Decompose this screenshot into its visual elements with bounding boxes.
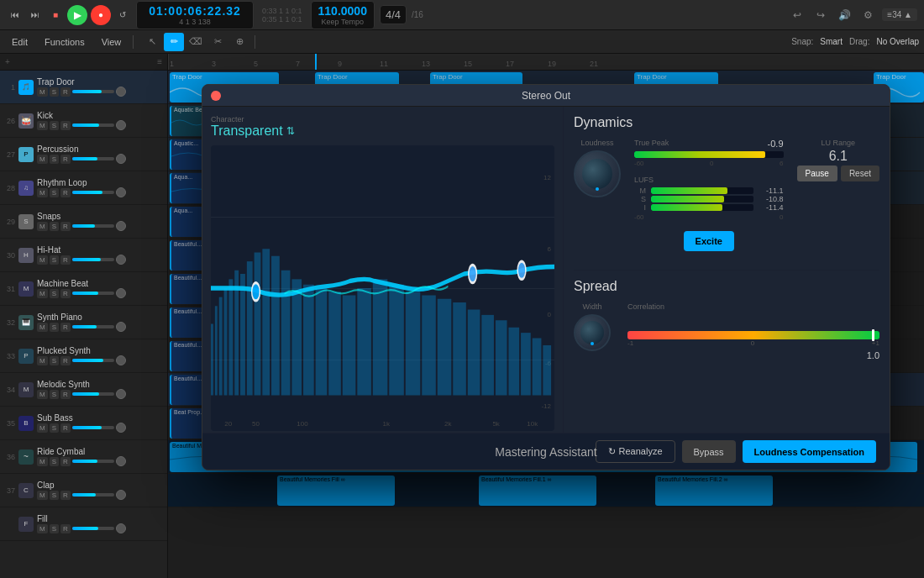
- track-volume-knob[interactable]: [116, 288, 126, 298]
- record-enable-button[interactable]: R: [60, 491, 71, 500]
- mute-button[interactable]: M: [37, 390, 48, 399]
- track-fader[interactable]: [72, 359, 114, 362]
- track-lane[interactable]: Beautiful Memories Fill ∞ Beautiful Memo…: [168, 474, 924, 507]
- track-fader[interactable]: [72, 157, 114, 160]
- add-track-icon[interactable]: +: [5, 57, 10, 66]
- solo-button[interactable]: S: [50, 524, 59, 533]
- mute-button[interactable]: M: [37, 323, 48, 332]
- mute-button[interactable]: M: [37, 222, 48, 231]
- track-volume-knob[interactable]: [116, 423, 126, 433]
- reset-button[interactable]: Reset: [841, 166, 879, 181]
- eq-canvas[interactable]: 12 6 0 -6 -12 20 50 100 1k 2k 5k 10k: [211, 145, 554, 431]
- track-fader[interactable]: [72, 460, 114, 463]
- solo-button[interactable]: S: [50, 289, 59, 298]
- tool-pencil[interactable]: ✏: [164, 33, 184, 51]
- solo-button[interactable]: S: [50, 390, 59, 399]
- mute-button[interactable]: M: [37, 491, 48, 500]
- mute-button[interactable]: M: [37, 121, 48, 130]
- edit-menu-button[interactable]: Edit: [5, 35, 34, 49]
- undo-button[interactable]: ↩: [788, 6, 806, 24]
- solo-button[interactable]: S: [50, 155, 59, 164]
- track-fader[interactable]: [72, 392, 114, 396]
- mute-button[interactable]: M: [37, 457, 48, 466]
- excite-button[interactable]: Excite: [684, 231, 734, 251]
- settings-button[interactable]: ⚙: [858, 6, 877, 24]
- track-volume-knob[interactable]: [116, 456, 126, 466]
- bypass-button[interactable]: Bypass: [682, 440, 736, 463]
- solo-button[interactable]: S: [50, 121, 59, 130]
- mute-button[interactable]: M: [37, 524, 48, 533]
- solo-button[interactable]: S: [50, 188, 59, 197]
- stop-button[interactable]: ■: [47, 7, 64, 24]
- play-button[interactable]: ▶: [67, 5, 87, 25]
- track-fader[interactable]: [72, 426, 114, 429]
- mute-button[interactable]: M: [37, 356, 48, 365]
- track-volume-knob[interactable]: [116, 120, 126, 130]
- loudness-knob[interactable]: [574, 150, 621, 197]
- solo-button[interactable]: S: [50, 457, 59, 466]
- modal-close-button[interactable]: [211, 91, 221, 101]
- track-volume-knob[interactable]: [116, 187, 126, 197]
- reanalyze-button[interactable]: ↻ Reanalyze: [596, 440, 675, 463]
- view-menu-button[interactable]: View: [95, 35, 129, 49]
- drag-value[interactable]: No Overlap: [876, 37, 919, 46]
- loudness-compensation-button[interactable]: Loudness Compensation: [743, 440, 876, 463]
- mute-button[interactable]: M: [37, 87, 48, 97]
- mute-button[interactable]: M: [37, 255, 48, 265]
- track-volume-knob[interactable]: [116, 322, 126, 332]
- solo-button[interactable]: S: [50, 356, 59, 365]
- rewind-button[interactable]: ⏮: [7, 7, 24, 24]
- record-enable-button[interactable]: R: [60, 188, 71, 197]
- record-enable-button[interactable]: R: [60, 155, 71, 164]
- record-enable-button[interactable]: R: [60, 323, 71, 332]
- track-volume-knob[interactable]: [116, 154, 126, 164]
- record-enable-button[interactable]: R: [60, 356, 71, 365]
- mastering-assistant-modal[interactable]: Stereo Out Character Transparent ⇅: [202, 84, 890, 470]
- solo-button[interactable]: S: [50, 423, 59, 433]
- record-enable-button[interactable]: R: [60, 457, 71, 466]
- track-volume-knob[interactable]: [116, 221, 126, 231]
- track-volume-knob[interactable]: [116, 523, 126, 533]
- solo-button[interactable]: S: [50, 491, 59, 500]
- track-fader[interactable]: [72, 493, 114, 497]
- cycle-button[interactable]: ↺: [114, 7, 131, 24]
- record-enable-button[interactable]: R: [60, 121, 71, 130]
- track-fader[interactable]: [72, 292, 114, 295]
- fast-forward-button[interactable]: ⏭: [27, 7, 44, 24]
- track-volume-knob[interactable]: [116, 255, 126, 265]
- record-enable-button[interactable]: R: [60, 524, 71, 533]
- track-fader[interactable]: [72, 527, 114, 530]
- track-fader[interactable]: [72, 90, 114, 93]
- record-enable-button[interactable]: R: [60, 255, 71, 265]
- mute-button[interactable]: M: [37, 423, 48, 433]
- mute-button[interactable]: M: [37, 289, 48, 298]
- record-enable-button[interactable]: R: [60, 87, 71, 97]
- character-arrow-icon[interactable]: ⇅: [286, 125, 295, 137]
- track-volume-knob[interactable]: [116, 87, 126, 97]
- tool-scissors[interactable]: ✂: [207, 33, 228, 51]
- solo-button[interactable]: S: [50, 87, 59, 97]
- snap-value[interactable]: Smart: [820, 37, 843, 46]
- tool-zoom[interactable]: ⊕: [229, 33, 249, 51]
- record-button[interactable]: ●: [91, 5, 111, 25]
- mute-button[interactable]: M: [37, 155, 48, 164]
- redo-button[interactable]: ↪: [811, 6, 830, 24]
- track-fader[interactable]: [72, 123, 114, 127]
- record-enable-button[interactable]: R: [60, 222, 71, 231]
- tool-pointer[interactable]: ↖: [142, 33, 162, 51]
- track-fader[interactable]: [72, 224, 114, 228]
- record-enable-button[interactable]: R: [60, 289, 71, 298]
- track-fader[interactable]: [72, 258, 114, 261]
- tool-eraser[interactable]: ⌫: [186, 33, 206, 51]
- track-volume-knob[interactable]: [116, 389, 126, 399]
- functions-menu-button[interactable]: Functions: [38, 35, 92, 49]
- mute-button[interactable]: M: [37, 188, 48, 197]
- solo-button[interactable]: S: [50, 323, 59, 332]
- track-fader[interactable]: [72, 191, 114, 194]
- track-volume-knob[interactable]: [116, 355, 126, 365]
- pause-button[interactable]: Pause: [797, 166, 837, 181]
- record-enable-button[interactable]: R: [60, 423, 71, 433]
- solo-button[interactable]: S: [50, 222, 59, 231]
- record-enable-button[interactable]: R: [60, 390, 71, 399]
- solo-button[interactable]: S: [50, 255, 59, 265]
